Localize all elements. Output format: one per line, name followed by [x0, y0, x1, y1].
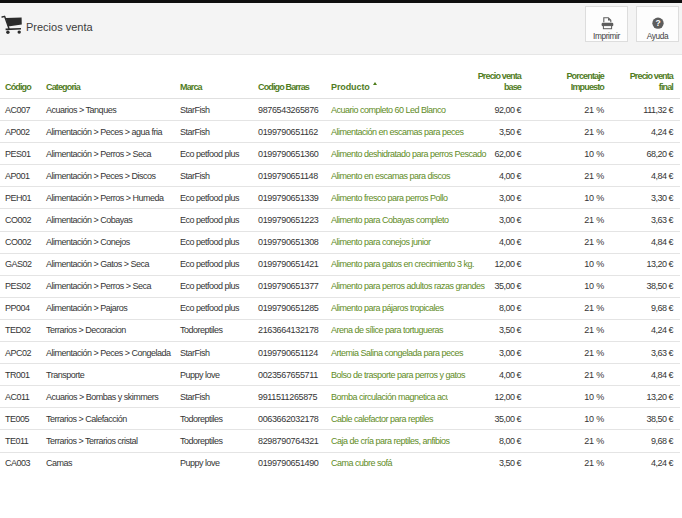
svg-text:?: ?: [655, 18, 660, 28]
